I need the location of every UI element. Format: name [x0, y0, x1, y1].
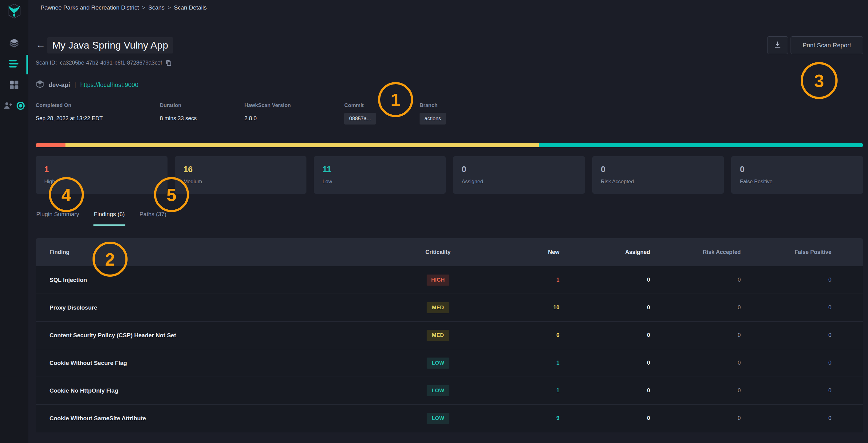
card-risk-accepted: 0 Risk Accepted — [592, 156, 724, 194]
sidebar-item-scans[interactable] — [0, 54, 28, 75]
table-row-cookie-secure-flag[interactable]: Cookie Without Secure Flag LOW 1 0 0 0 — [36, 349, 863, 377]
card-risk-accepted-value: 0 — [601, 165, 724, 174]
new-count: 1 — [469, 277, 559, 283]
column-header-risk-accepted: Risk Accepted — [650, 249, 741, 256]
meta-label-duration: Duration — [160, 102, 244, 109]
criticality-badge: LOW — [427, 413, 450, 424]
card-false-positive-label: False Positive — [740, 179, 863, 185]
meta-value-hawkscan-version: 2.8.0 — [244, 115, 344, 122]
new-count: 9 — [469, 415, 559, 421]
record-indicator-icon[interactable] — [16, 101, 25, 112]
false-positive-count: 0 — [741, 415, 863, 421]
sidebar-item-applications[interactable] — [0, 33, 28, 54]
finding-name: Cookie Without SameSite Attribute — [36, 415, 407, 422]
card-high-value: 1 — [44, 165, 167, 174]
assigned-count: 0 — [559, 415, 650, 421]
assigned-count: 0 — [559, 360, 650, 366]
table-row-cookie-httponly[interactable]: Cookie No HttpOnly Flag LOW 1 0 0 0 — [36, 377, 863, 404]
criticality-badge: LOW — [427, 385, 450, 396]
breadcrumb: Pawnee Parks and Recreation District > S… — [29, 0, 868, 16]
sidebar-item-users[interactable] — [0, 96, 28, 117]
false-positive-count: 0 — [741, 332, 863, 338]
finding-name: SQL Injection — [36, 277, 407, 284]
finding-name: Content Security Policy (CSP) Header Not… — [36, 332, 407, 339]
assigned-count: 0 — [559, 332, 650, 338]
breadcrumb-item-org[interactable]: Pawnee Parks and Recreation District — [40, 4, 139, 11]
column-header-criticality: Criticality — [407, 249, 469, 256]
detail-tabs: Plugin Summary Findings (6) Paths (37) — [36, 211, 863, 225]
false-positive-count: 0 — [741, 360, 863, 366]
column-header-finding: Finding — [36, 249, 407, 256]
risk-accepted-count: 0 — [650, 360, 741, 366]
risk-accepted-count: 0 — [650, 304, 741, 311]
package-cube-icon — [36, 80, 44, 90]
scan-list-icon — [8, 59, 20, 70]
sidebar — [0, 0, 28, 443]
back-arrow-icon[interactable]: ← — [36, 40, 45, 50]
card-assigned-label: Assigned — [462, 179, 585, 185]
breadcrumb-separator: > — [142, 5, 145, 11]
meta-label-hawkscan-version: HawkScan Version — [244, 102, 344, 109]
invite-user-icon — [3, 101, 13, 112]
grid-icon — [9, 79, 20, 92]
annotation-circle-1: 1 — [378, 82, 413, 117]
download-report-button[interactable] — [767, 36, 788, 54]
scan-id-label: Scan ID: — [36, 60, 57, 66]
finding-name: Proxy Disclosure — [36, 304, 407, 311]
card-low: 11 Low — [314, 156, 446, 194]
table-row-csp-header[interactable]: Content Security Policy (CSP) Header Not… — [36, 321, 863, 349]
table-row-proxy-disclosure[interactable]: Proxy Disclosure MED 10 0 0 0 — [36, 294, 863, 321]
severity-bar-high-segment — [36, 143, 65, 147]
card-risk-accepted-label: Risk Accepted — [601, 179, 724, 185]
risk-accepted-count: 0 — [650, 277, 741, 283]
risk-accepted-count: 0 — [650, 332, 741, 338]
severity-bar-low-segment — [539, 143, 863, 147]
breadcrumb-separator: > — [167, 5, 171, 11]
tab-plugin-summary[interactable]: Plugin Summary — [36, 211, 80, 225]
commit-chip[interactable]: 08857a... — [344, 113, 376, 124]
environment-name: dev-api — [49, 82, 70, 89]
risk-accepted-count: 0 — [650, 387, 741, 394]
assigned-count: 0 — [559, 304, 650, 311]
finding-name: Cookie Without Secure Flag — [36, 360, 407, 366]
finding-name: Cookie No HttpOnly Flag — [36, 387, 407, 394]
annotation-circle-2: 2 — [93, 242, 128, 277]
criticality-badge: MED — [427, 302, 450, 313]
download-icon — [774, 40, 782, 50]
false-positive-count: 0 — [741, 277, 863, 283]
meta-label-completed-on: Completed On — [36, 102, 160, 109]
column-header-new: New — [469, 249, 559, 256]
print-scan-report-button[interactable]: Print Scan Report — [790, 36, 863, 54]
assigned-count: 0 — [559, 387, 650, 394]
tab-paths[interactable]: Paths (37) — [139, 211, 167, 225]
meta-label-branch: Branch — [420, 102, 446, 109]
page-title: My Java Spring Vulny App — [47, 37, 173, 54]
table-row-sql-injection[interactable]: SQL Injection HIGH 1 0 0 0 — [36, 266, 863, 294]
column-header-false-positive: False Positive — [741, 249, 863, 256]
risk-accepted-count: 0 — [650, 415, 741, 421]
table-row-cookie-samesite[interactable]: Cookie Without SameSite Attribute LOW 9 … — [36, 404, 863, 432]
branch-chip[interactable]: actions — [420, 113, 446, 124]
host-url-link[interactable]: https://localhost:9000 — [80, 82, 138, 89]
findings-table-header: Finding Criticality New Assigned Risk Ac… — [36, 238, 863, 266]
severity-bar-medium-segment — [65, 143, 539, 147]
sidebar-item-dashboard[interactable] — [0, 75, 28, 96]
stackhawk-logo[interactable] — [5, 2, 23, 21]
card-medium-value: 16 — [184, 165, 307, 174]
card-medium: 16 Medium — [175, 156, 307, 194]
severity-distribution-bar — [36, 143, 863, 147]
criticality-badge: LOW — [427, 358, 450, 368]
new-count: 6 — [469, 332, 559, 338]
hawk-logo-icon — [6, 3, 22, 20]
scan-metadata: Completed On Sep 28, 2022 at 13:22 EDT D… — [36, 102, 863, 124]
tab-findings[interactable]: Findings (6) — [93, 211, 125, 225]
card-medium-label: Medium — [184, 179, 307, 185]
copy-icon[interactable] — [165, 60, 172, 66]
card-false-positive: 0 False Positive — [731, 156, 863, 194]
new-count: 1 — [469, 360, 559, 366]
annotation-circle-3: 3 — [801, 62, 838, 99]
annotation-circle-5: 5 — [154, 177, 189, 212]
new-count: 1 — [469, 387, 559, 394]
assigned-count: 0 — [559, 277, 650, 283]
breadcrumb-item-scans[interactable]: Scans — [149, 4, 165, 11]
